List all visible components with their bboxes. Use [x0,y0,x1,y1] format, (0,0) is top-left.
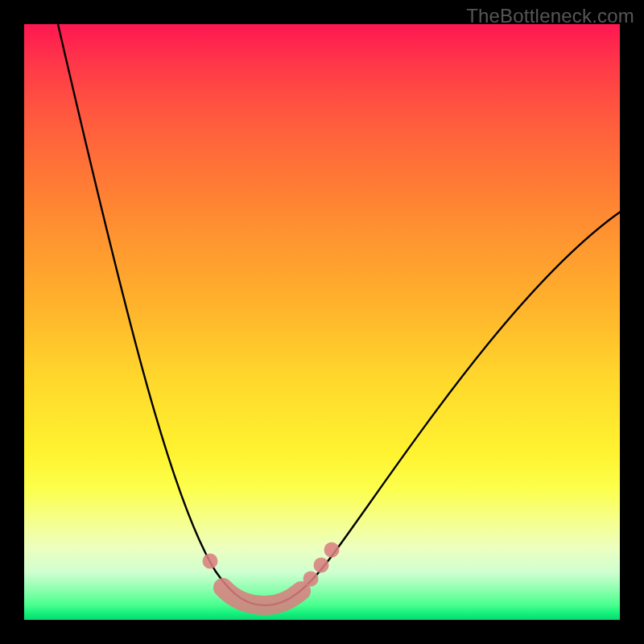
marker-dot [314,558,329,573]
marker-thick [223,588,301,605]
marker-dot [303,572,319,587]
chart-svg [24,24,620,620]
plot-area [24,24,620,620]
bottleneck-curve [58,24,620,605]
chart-frame: TheBottleneck.com [0,0,644,644]
acceptable-zone-markers [203,543,340,606]
watermark-text: TheBottleneck.com [466,5,634,27]
marker-dot [324,543,340,558]
marker-dot [203,554,218,569]
